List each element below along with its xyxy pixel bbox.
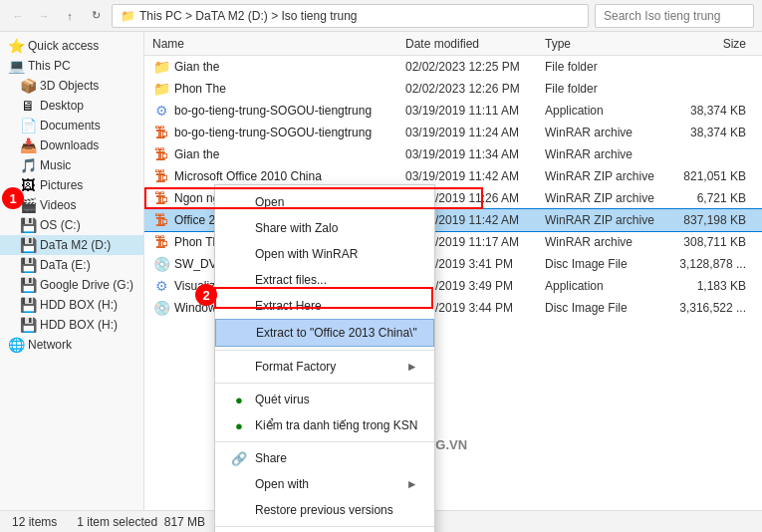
search-input[interactable]: [595, 4, 754, 28]
ctx-share[interactable]: 🔗 Share: [215, 445, 434, 471]
back-button[interactable]: ←: [8, 6, 28, 26]
sidebar-item-hdd-box-h2[interactable]: 💾 HDD BOX (H:): [0, 315, 143, 335]
open-icon: [231, 194, 247, 210]
file-size: 6,721 KB: [674, 191, 754, 205]
scan-virus-icon: ●: [231, 392, 247, 407]
table-row[interactable]: 🗜 Gian the 03/19/2019 11:34 AM WinRAR ar…: [144, 143, 762, 165]
desktop-icon: 🖥: [20, 98, 36, 114]
ctx-scan-virus[interactable]: ● Quét virus: [215, 387, 434, 412]
sidebar-item-os-c[interactable]: 💾 OS (C:): [0, 215, 143, 235]
sidebar-label-this-pc: This PC: [28, 59, 71, 73]
disc-icon: 💿: [152, 299, 170, 317]
ctx-open-winrar[interactable]: Open with WinRAR: [215, 241, 434, 267]
file-size: 308,711 KB: [674, 235, 754, 249]
ctx-check-ksn[interactable]: ● Kiểm tra danh tiếng trong KSN: [215, 412, 434, 438]
refresh-button[interactable]: ↻: [86, 6, 106, 26]
sidebar-item-music[interactable]: 🎵 Music: [0, 155, 143, 175]
ctx-check-ksn-label: Kiểm tra danh tiếng trong KSN: [255, 418, 417, 432]
forward-button[interactable]: →: [34, 6, 54, 26]
file-size: 821,051 KB: [674, 169, 754, 183]
ctx-format-factory-label: Format Factory: [255, 360, 336, 374]
sidebar: ⭐ Quick access 💻 This PC 📦 3D Objects 🖥 …: [0, 32, 144, 510]
ctx-open[interactable]: Open: [215, 189, 434, 215]
sidebar-item-hdd-box-h1[interactable]: 💾 HDD BOX (H:): [0, 295, 143, 315]
col-header-size[interactable]: Size: [674, 37, 754, 51]
sidebar-item-quick-access[interactable]: ⭐ Quick access: [0, 36, 143, 56]
items-count: 12 items: [12, 515, 57, 529]
ctx-extract-to[interactable]: Extract to "Office 2013 China\": [215, 319, 434, 347]
file-date: 03/19/2019 11:42 AM: [405, 169, 545, 183]
check-ksn-icon: ●: [231, 417, 247, 433]
file-date: 03/19/2019 11:34 AM: [405, 147, 545, 161]
network-icon: 🌐: [8, 337, 24, 353]
sidebar-item-data-e[interactable]: 💾 DaTa (E:): [0, 255, 143, 275]
file-type: WinRAR archive: [545, 126, 674, 139]
ctx-separator-2: [215, 383, 434, 384]
file-size: 837,198 KB: [674, 213, 754, 227]
folder-icon: 📁: [152, 58, 170, 76]
rar-icon: 🗜: [152, 167, 170, 185]
sidebar-label-data-m2-d: DaTa M2 (D:): [40, 238, 111, 252]
file-name: Microsoft Office 2010 China: [174, 169, 405, 183]
extract-to-icon: [232, 325, 248, 341]
sidebar-item-documents[interactable]: 📄 Documents: [0, 116, 143, 135]
ctx-extract-here[interactable]: Extract Here: [215, 293, 434, 319]
file-type: WinRAR archive: [545, 235, 674, 249]
open-with-arrow: ►: [406, 477, 418, 491]
table-row[interactable]: ⚙ bo-go-tieng-trung-SOGOU-tiengtrung 03/…: [144, 100, 762, 122]
sidebar-item-google-drive-g[interactable]: 💾 Google Drive (G:): [0, 275, 143, 295]
file-size: 38,374 KB: [674, 104, 754, 118]
sidebar-label-documents: Documents: [40, 119, 101, 133]
hdd-box-h1-icon: 💾: [20, 297, 36, 313]
ctx-open-with[interactable]: Open with ►: [215, 471, 434, 497]
address-bar[interactable]: 📁 This PC > DaTA M2 (D:) > Iso tieng tru…: [112, 4, 589, 28]
sidebar-label-3d-objects: 3D Objects: [40, 79, 99, 93]
app-icon: ⚙: [152, 277, 170, 295]
sidebar-item-network[interactable]: 🌐 Network: [0, 335, 143, 355]
sidebar-item-this-pc[interactable]: 💻 This PC: [0, 56, 143, 76]
music-icon: 🎵: [20, 157, 36, 173]
label-1: 1: [2, 187, 24, 209]
folder-icon: 📁: [152, 80, 170, 98]
sidebar-label-pictures: Pictures: [40, 178, 83, 192]
ctx-separator-3: [215, 441, 434, 442]
sidebar-item-3d-objects[interactable]: 📦 3D Objects: [0, 76, 143, 96]
file-date: 03/19/2019 11:24 AM: [405, 126, 545, 139]
file-type: File folder: [545, 82, 674, 96]
data-e-icon: 💾: [20, 257, 36, 273]
table-row[interactable]: 📁 Gian the 02/02/2023 12:25 PM File fold…: [144, 56, 762, 78]
file-name: Gian the: [174, 60, 405, 74]
file-type: Application: [545, 279, 674, 293]
pictures-icon: 🖼: [20, 177, 36, 193]
folder-icon: 📁: [121, 9, 135, 23]
rar-icon: 🗜: [152, 189, 170, 207]
file-type: WinRAR ZIP archive: [545, 169, 674, 183]
extract-here-icon: [231, 298, 247, 314]
col-header-date[interactable]: Date modified: [405, 37, 545, 51]
share-zalo-icon: [231, 220, 247, 236]
table-row[interactable]: 📁 Phon The 02/02/2023 12:26 PM File fold…: [144, 78, 762, 100]
ctx-share-label: Share: [255, 451, 287, 465]
file-date: 02/02/2023 12:25 PM: [405, 60, 545, 74]
quick-access-icon: ⭐: [8, 38, 24, 54]
sidebar-item-desktop[interactable]: 🖥 Desktop: [0, 96, 143, 116]
ctx-extract-files[interactable]: Extract files...: [215, 267, 434, 293]
ctx-format-factory[interactable]: Format Factory ►: [215, 354, 434, 380]
col-header-type[interactable]: Type: [545, 37, 674, 51]
file-type: WinRAR ZIP archive: [545, 213, 674, 227]
ctx-scan-virus-label: Quét virus: [255, 393, 310, 406]
ctx-restore-prev-label: Restore previous versions: [255, 503, 393, 517]
google-drive-g-icon: 💾: [20, 277, 36, 293]
up-button[interactable]: ↑: [60, 6, 80, 26]
rar-icon: 🗜: [152, 124, 170, 141]
data-m2-d-icon: 💾: [20, 237, 36, 253]
col-header-name[interactable]: Name: [152, 37, 405, 51]
sidebar-item-data-m2-d[interactable]: 💾 DaTa M2 (D:): [0, 235, 143, 255]
disc-icon: 💿: [152, 255, 170, 273]
ctx-restore-prev[interactable]: Restore previous versions: [215, 497, 434, 523]
sidebar-item-downloads[interactable]: 📥 Downloads: [0, 135, 143, 155]
ctx-share-zalo[interactable]: Share with Zalo: [215, 215, 434, 241]
ctx-extract-files-label: Extract files...: [255, 273, 327, 287]
sidebar-label-google-drive-g: Google Drive (G:): [40, 278, 133, 292]
table-row[interactable]: 🗜 bo-go-tieng-trung-SOGOU-tiengtrung 03/…: [144, 122, 762, 143]
